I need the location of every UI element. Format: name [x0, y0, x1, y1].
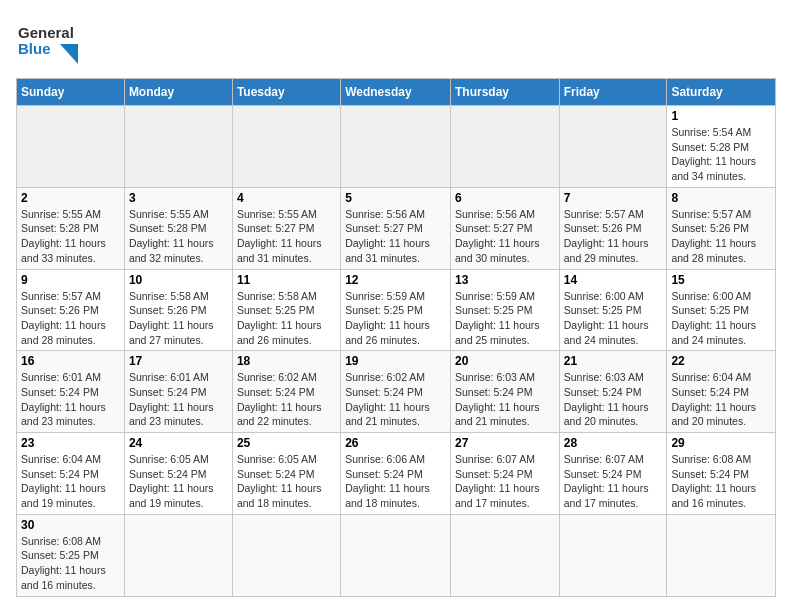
day-info: Sunrise: 5:57 AM Sunset: 5:26 PM Dayligh… [671, 207, 771, 266]
day-info: Sunrise: 6:03 AM Sunset: 5:24 PM Dayligh… [564, 370, 663, 429]
day-info: Sunrise: 6:05 AM Sunset: 5:24 PM Dayligh… [129, 452, 228, 511]
calendar-day-cell: 18Sunrise: 6:02 AM Sunset: 5:24 PM Dayli… [232, 351, 340, 433]
calendar-day-cell: 26Sunrise: 6:06 AM Sunset: 5:24 PM Dayli… [341, 433, 451, 515]
calendar-day-cell [17, 106, 125, 188]
day-number: 5 [345, 191, 446, 205]
day-number: 25 [237, 436, 336, 450]
calendar-day-cell: 16Sunrise: 6:01 AM Sunset: 5:24 PM Dayli… [17, 351, 125, 433]
day-info: Sunrise: 6:08 AM Sunset: 5:24 PM Dayligh… [671, 452, 771, 511]
calendar-day-cell: 15Sunrise: 6:00 AM Sunset: 5:25 PM Dayli… [667, 269, 776, 351]
day-info: Sunrise: 5:58 AM Sunset: 5:26 PM Dayligh… [129, 289, 228, 348]
calendar-week-row: 1Sunrise: 5:54 AM Sunset: 5:28 PM Daylig… [17, 106, 776, 188]
day-info: Sunrise: 6:02 AM Sunset: 5:24 PM Dayligh… [345, 370, 446, 429]
calendar-day-cell: 1Sunrise: 5:54 AM Sunset: 5:28 PM Daylig… [667, 106, 776, 188]
calendar-day-cell: 23Sunrise: 6:04 AM Sunset: 5:24 PM Dayli… [17, 433, 125, 515]
calendar-day-cell [124, 106, 232, 188]
day-info: Sunrise: 6:06 AM Sunset: 5:24 PM Dayligh… [345, 452, 446, 511]
weekday-header-thursday: Thursday [450, 79, 559, 106]
calendar-table: SundayMondayTuesdayWednesdayThursdayFrid… [16, 78, 776, 597]
svg-text:General: General [18, 24, 74, 41]
day-number: 22 [671, 354, 771, 368]
calendar-day-cell [232, 514, 340, 596]
day-number: 23 [21, 436, 120, 450]
day-number: 6 [455, 191, 555, 205]
day-number: 16 [21, 354, 120, 368]
calendar-day-cell: 24Sunrise: 6:05 AM Sunset: 5:24 PM Dayli… [124, 433, 232, 515]
calendar-day-cell: 21Sunrise: 6:03 AM Sunset: 5:24 PM Dayli… [559, 351, 667, 433]
weekday-header-row: SundayMondayTuesdayWednesdayThursdayFrid… [17, 79, 776, 106]
calendar-day-cell: 11Sunrise: 5:58 AM Sunset: 5:25 PM Dayli… [232, 269, 340, 351]
day-number: 13 [455, 273, 555, 287]
day-info: Sunrise: 5:57 AM Sunset: 5:26 PM Dayligh… [564, 207, 663, 266]
day-number: 4 [237, 191, 336, 205]
day-info: Sunrise: 5:59 AM Sunset: 5:25 PM Dayligh… [455, 289, 555, 348]
calendar-day-cell [124, 514, 232, 596]
day-info: Sunrise: 6:02 AM Sunset: 5:24 PM Dayligh… [237, 370, 336, 429]
day-info: Sunrise: 5:56 AM Sunset: 5:27 PM Dayligh… [345, 207, 446, 266]
day-info: Sunrise: 6:05 AM Sunset: 5:24 PM Dayligh… [237, 452, 336, 511]
weekday-header-sunday: Sunday [17, 79, 125, 106]
calendar-day-cell: 3Sunrise: 5:55 AM Sunset: 5:28 PM Daylig… [124, 187, 232, 269]
day-number: 9 [21, 273, 120, 287]
logo: General Blue [16, 16, 86, 70]
day-number: 11 [237, 273, 336, 287]
day-info: Sunrise: 5:57 AM Sunset: 5:26 PM Dayligh… [21, 289, 120, 348]
day-info: Sunrise: 6:04 AM Sunset: 5:24 PM Dayligh… [21, 452, 120, 511]
day-info: Sunrise: 5:59 AM Sunset: 5:25 PM Dayligh… [345, 289, 446, 348]
calendar-week-row: 2Sunrise: 5:55 AM Sunset: 5:28 PM Daylig… [17, 187, 776, 269]
page-header: General Blue [16, 16, 776, 70]
calendar-day-cell: 5Sunrise: 5:56 AM Sunset: 5:27 PM Daylig… [341, 187, 451, 269]
calendar-day-cell [559, 106, 667, 188]
day-info: Sunrise: 5:58 AM Sunset: 5:25 PM Dayligh… [237, 289, 336, 348]
day-number: 14 [564, 273, 663, 287]
day-number: 27 [455, 436, 555, 450]
day-info: Sunrise: 6:00 AM Sunset: 5:25 PM Dayligh… [671, 289, 771, 348]
calendar-week-row: 23Sunrise: 6:04 AM Sunset: 5:24 PM Dayli… [17, 433, 776, 515]
calendar-day-cell: 25Sunrise: 6:05 AM Sunset: 5:24 PM Dayli… [232, 433, 340, 515]
day-number: 20 [455, 354, 555, 368]
day-info: Sunrise: 6:01 AM Sunset: 5:24 PM Dayligh… [21, 370, 120, 429]
calendar-day-cell: 29Sunrise: 6:08 AM Sunset: 5:24 PM Dayli… [667, 433, 776, 515]
day-number: 7 [564, 191, 663, 205]
calendar-day-cell: 20Sunrise: 6:03 AM Sunset: 5:24 PM Dayli… [450, 351, 559, 433]
weekday-header-tuesday: Tuesday [232, 79, 340, 106]
svg-text:Blue: Blue [18, 40, 51, 57]
calendar-week-row: 9Sunrise: 5:57 AM Sunset: 5:26 PM Daylig… [17, 269, 776, 351]
day-info: Sunrise: 5:54 AM Sunset: 5:28 PM Dayligh… [671, 125, 771, 184]
day-info: Sunrise: 5:56 AM Sunset: 5:27 PM Dayligh… [455, 207, 555, 266]
day-number: 3 [129, 191, 228, 205]
day-number: 24 [129, 436, 228, 450]
day-number: 8 [671, 191, 771, 205]
day-number: 2 [21, 191, 120, 205]
day-number: 10 [129, 273, 228, 287]
day-number: 28 [564, 436, 663, 450]
day-info: Sunrise: 6:03 AM Sunset: 5:24 PM Dayligh… [455, 370, 555, 429]
calendar-day-cell: 6Sunrise: 5:56 AM Sunset: 5:27 PM Daylig… [450, 187, 559, 269]
day-info: Sunrise: 6:00 AM Sunset: 5:25 PM Dayligh… [564, 289, 663, 348]
weekday-header-saturday: Saturday [667, 79, 776, 106]
calendar-week-row: 30Sunrise: 6:08 AM Sunset: 5:25 PM Dayli… [17, 514, 776, 596]
day-number: 18 [237, 354, 336, 368]
calendar-day-cell [232, 106, 340, 188]
weekday-header-monday: Monday [124, 79, 232, 106]
day-info: Sunrise: 6:07 AM Sunset: 5:24 PM Dayligh… [564, 452, 663, 511]
calendar-day-cell: 7Sunrise: 5:57 AM Sunset: 5:26 PM Daylig… [559, 187, 667, 269]
calendar-day-cell: 12Sunrise: 5:59 AM Sunset: 5:25 PM Dayli… [341, 269, 451, 351]
day-number: 17 [129, 354, 228, 368]
day-number: 29 [671, 436, 771, 450]
day-info: Sunrise: 6:01 AM Sunset: 5:24 PM Dayligh… [129, 370, 228, 429]
day-info: Sunrise: 5:55 AM Sunset: 5:27 PM Dayligh… [237, 207, 336, 266]
calendar-day-cell: 2Sunrise: 5:55 AM Sunset: 5:28 PM Daylig… [17, 187, 125, 269]
day-info: Sunrise: 6:07 AM Sunset: 5:24 PM Dayligh… [455, 452, 555, 511]
calendar-day-cell: 10Sunrise: 5:58 AM Sunset: 5:26 PM Dayli… [124, 269, 232, 351]
calendar-week-row: 16Sunrise: 6:01 AM Sunset: 5:24 PM Dayli… [17, 351, 776, 433]
logo-icon: General Blue [16, 16, 86, 66]
weekday-header-friday: Friday [559, 79, 667, 106]
calendar-day-cell: 27Sunrise: 6:07 AM Sunset: 5:24 PM Dayli… [450, 433, 559, 515]
calendar-day-cell: 30Sunrise: 6:08 AM Sunset: 5:25 PM Dayli… [17, 514, 125, 596]
calendar-day-cell: 17Sunrise: 6:01 AM Sunset: 5:24 PM Dayli… [124, 351, 232, 433]
svg-marker-2 [60, 44, 78, 64]
day-number: 21 [564, 354, 663, 368]
day-number: 15 [671, 273, 771, 287]
calendar-day-cell: 28Sunrise: 6:07 AM Sunset: 5:24 PM Dayli… [559, 433, 667, 515]
